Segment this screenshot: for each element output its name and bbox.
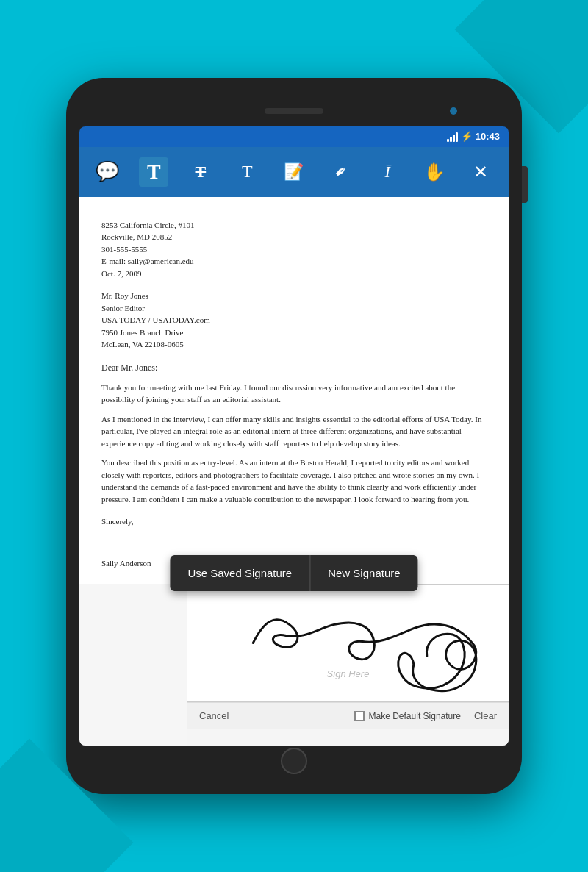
pan-button[interactable]: ✋ bbox=[420, 157, 449, 187]
text-cursor-button[interactable]: Ī bbox=[373, 157, 402, 187]
speaker bbox=[265, 108, 323, 114]
recipient-line-4: 7950 Jones Branch Drive bbox=[101, 326, 487, 339]
camera bbox=[450, 107, 457, 115]
paragraph-3: You described this position as entry-lev… bbox=[101, 457, 487, 505]
popup-menu: Use Saved Signature New Signature bbox=[170, 555, 417, 591]
use-saved-signature-button[interactable]: Use Saved Signature bbox=[170, 555, 310, 591]
phone-screen: ⚡ 10:43 💬 T T T 📝 ✒ bbox=[79, 126, 509, 746]
comment-icon: 💬 bbox=[96, 160, 119, 183]
draw-button[interactable]: ✒ bbox=[326, 157, 356, 187]
phone-top bbox=[79, 100, 509, 122]
strikethrough-text-icon: T bbox=[196, 162, 207, 182]
address-line-4: E-mail: sally@american.edu bbox=[101, 255, 487, 268]
battery-icon: ⚡ bbox=[461, 131, 473, 142]
typewriter-button[interactable]: T bbox=[232, 157, 262, 187]
closing: Sincerely, bbox=[101, 515, 487, 528]
text-cursor-icon: Ī bbox=[384, 162, 390, 182]
new-signature-button[interactable]: New Signature bbox=[310, 555, 417, 591]
document-page: 8253 California Circle, #101 Rockville, … bbox=[79, 197, 509, 585]
signature-drawing bbox=[187, 585, 509, 701]
footer-right: Make Default Signature Clear bbox=[354, 710, 497, 721]
default-signature-checkbox[interactable] bbox=[354, 711, 365, 721]
signal-icon bbox=[447, 132, 458, 142]
address-block: 8253 California Circle, #101 Rockville, … bbox=[101, 219, 487, 280]
status-icons: ⚡ 10:43 bbox=[447, 131, 500, 142]
home-button[interactable] bbox=[281, 748, 307, 774]
address-line-5: Oct. 7, 2009 bbox=[101, 268, 487, 280]
sign-here-placeholder: Sign Here bbox=[327, 668, 370, 679]
recipient-line-3: USA TODAY / USATODAY.com bbox=[101, 314, 487, 326]
default-signature-label: Make Default Signature bbox=[369, 711, 461, 721]
typewriter-icon: T bbox=[242, 162, 253, 182]
paragraph-1: Thank you for meeting with me last Frida… bbox=[101, 382, 487, 406]
format-text-button[interactable]: T bbox=[186, 157, 215, 187]
cancel-button[interactable]: Cancel bbox=[199, 710, 229, 721]
clear-button[interactable]: Clear bbox=[474, 710, 497, 721]
address-line-1: 8253 California Circle, #101 bbox=[101, 219, 487, 232]
default-signature-checkbox-container[interactable]: Make Default Signature bbox=[354, 711, 461, 721]
address-line-3: 301-555-5555 bbox=[101, 243, 487, 256]
edit-button[interactable]: 📝 bbox=[279, 157, 309, 187]
text-tool-button[interactable]: T bbox=[139, 157, 168, 187]
time-display: 10:43 bbox=[476, 131, 500, 142]
address-line-2: Rockville, MD 20852 bbox=[101, 231, 487, 243]
document-area: 8253 California Circle, #101 Rockville, … bbox=[79, 197, 509, 746]
close-icon: ✕ bbox=[473, 162, 488, 182]
close-button[interactable]: ✕ bbox=[466, 157, 495, 187]
toolbar: 💬 T T T 📝 ✒ Ī ✋ bbox=[79, 147, 509, 197]
signature-footer: Cancel Make Default Signature Clear bbox=[187, 702, 509, 729]
signature-overlay-row: Sign Here Cancel Make Default Signature … bbox=[79, 584, 509, 746]
phone-bottom bbox=[79, 750, 509, 772]
paragraph-2: As I mentioned in the interview, I can o… bbox=[101, 413, 487, 450]
hand-icon: ✋ bbox=[423, 162, 445, 182]
comment-tool-button[interactable]: 💬 bbox=[93, 157, 122, 187]
signature-canvas[interactable]: Sign Here bbox=[187, 585, 509, 702]
recipient-line-1: Mr. Roy Jones bbox=[101, 290, 487, 302]
status-bar: ⚡ 10:43 bbox=[79, 126, 509, 147]
edit-icon: 📝 bbox=[284, 162, 304, 182]
pen-icon: ✒ bbox=[329, 160, 352, 183]
signature-panel[interactable]: Sign Here Cancel Make Default Signature … bbox=[187, 584, 509, 746]
doc-left-portion bbox=[79, 584, 187, 746]
phone-frame: ⚡ 10:43 💬 T T T 📝 ✒ bbox=[66, 78, 522, 795]
recipient-block: Mr. Roy Jones Senior Editor USA TODAY / … bbox=[101, 290, 487, 351]
recipient-line-5: McLean, VA 22108-0605 bbox=[101, 338, 487, 351]
bold-text-icon: T bbox=[147, 160, 161, 184]
side-button bbox=[522, 166, 528, 203]
salutation: Dear Mr. Jones: bbox=[101, 361, 487, 374]
recipient-line-2: Senior Editor bbox=[101, 302, 487, 315]
